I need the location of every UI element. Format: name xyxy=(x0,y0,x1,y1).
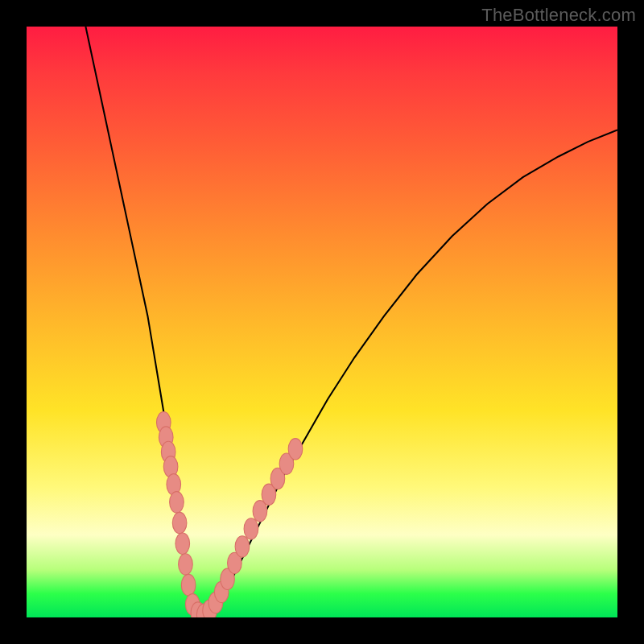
data-marker xyxy=(175,533,190,554)
data-marker xyxy=(181,574,196,595)
data-marker xyxy=(288,439,303,460)
chart-frame: TheBottleneck.com xyxy=(0,0,644,644)
data-marker xyxy=(235,536,250,557)
data-marker xyxy=(244,518,258,539)
markers xyxy=(156,412,302,617)
watermark-text: TheBottleneck.com xyxy=(481,5,636,26)
data-marker xyxy=(179,554,193,575)
data-marker xyxy=(172,512,187,533)
plot-area xyxy=(27,27,617,617)
marker-layer xyxy=(27,27,617,617)
data-marker xyxy=(170,492,184,513)
